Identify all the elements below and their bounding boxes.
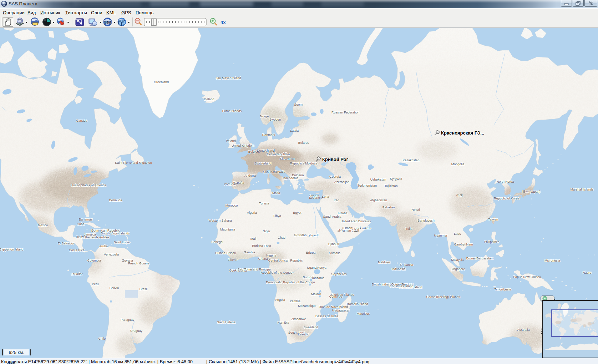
svg-text:Viet Nam: Viet Nam xyxy=(460,243,473,246)
svg-text:Ghana: Ghana xyxy=(258,257,268,261)
svg-text:Indonesia: Indonesia xyxy=(391,267,405,271)
svg-text:Philippines: Philippines xyxy=(484,240,500,244)
svg-text:Niger: Niger xyxy=(263,229,270,233)
svg-text:Danmark: Danmark xyxy=(262,133,275,137)
svg-text:Netherlands Antilles: Netherlands Antilles xyxy=(81,236,110,239)
svg-text:Mongolia: Mongolia xyxy=(451,162,465,166)
svg-text:Libya: Libya xyxy=(273,214,281,218)
svg-text:Mexico: Mexico xyxy=(38,223,48,227)
svg-text:Macedonia: Macedonia xyxy=(283,176,298,180)
svg-text:Cocos (Keeling) Islands: Cocos (Keeling) Islands xyxy=(426,295,460,299)
svg-text:Uzbekistan: Uzbekistan xyxy=(370,178,386,181)
svg-text:Saint Helena: Saint Helena xyxy=(217,320,235,324)
svg-text:Burkina Faso: Burkina Faso xyxy=(252,244,271,248)
svg-text:Republic of Korea: Republic of Korea xyxy=(494,197,520,200)
svg-text:Malawi: Malawi xyxy=(311,292,321,296)
svg-text:British Virgin Islands: British Virgin Islands xyxy=(101,232,130,235)
svg-text:Mauritius: Mauritius xyxy=(357,312,370,315)
svg-text:Greenland: Greenland xyxy=(154,80,169,84)
svg-text:Suomi: Suomi xyxy=(294,103,303,106)
svg-text:Красноярская ГЭ...: Красноярская ГЭ... xyxy=(441,130,484,136)
svg-text:Madagascar: Madagascar xyxy=(332,309,350,312)
svg-text:Nepal: Nepal xyxy=(411,208,420,212)
svg-text:Česká republika: Česká republika xyxy=(267,152,290,156)
svg-text:United Arab Emirates: United Arab Emirates xyxy=(340,219,371,223)
svg-text:Bermuda: Bermuda xyxy=(109,198,122,202)
svg-text:中国: 中国 xyxy=(456,194,463,197)
svg-text:625 км.: 625 км. xyxy=(9,350,24,355)
svg-text:Christmas Island: Christmas Island xyxy=(389,284,413,288)
svg-text:Central African Republic: Central African Republic xyxy=(268,259,303,262)
svg-text:Western Sahara: Western Sahara xyxy=(209,219,232,222)
svg-text:Somalia: Somalia xyxy=(329,251,341,255)
svg-text:Jan Mayen Island: Jan Mayen Island xyxy=(216,76,241,80)
svg-text:Swaziland: Swaziland xyxy=(303,325,318,329)
svg-text:Bassas da India: Bassas da India xyxy=(315,314,338,318)
svg-text:Eritrea: Eritrea xyxy=(306,251,316,254)
svg-text:Saint Lucia: Saint Lucia xyxy=(114,241,130,244)
svg-text:Lesotho: Lesotho xyxy=(298,333,309,336)
svg-text:Republica Moldova: Republica Moldova xyxy=(290,162,318,165)
svg-text:Lebanon: Lebanon xyxy=(309,196,321,199)
svg-text:Democratic Republic of the Con: Democratic Republic of the Congo xyxy=(266,280,315,284)
svg-text:Costa Rica: Costa Rica xyxy=(69,248,85,252)
svg-text:Angola: Angola xyxy=(275,298,285,302)
svg-text:Sweden: Sweden xyxy=(269,118,281,121)
svg-text:Croatia: Croatia xyxy=(275,170,285,173)
svg-text:Kenya: Kenya xyxy=(317,266,326,269)
svg-text:Colombia: Colombia xyxy=(87,259,101,262)
svg-text:Saudi Arabia: Saudi Arabia xyxy=(323,215,341,218)
svg-text:Russian Federation: Russian Federation xyxy=(331,111,359,114)
svg-text:Laos: Laos xyxy=(454,232,461,236)
svg-text:日本 (Japan): 日本 (Japan) xyxy=(522,190,540,193)
svg-text:Micronesia: Micronesia xyxy=(544,259,560,262)
svg-text:Turkmenistan: Turkmenistan xyxy=(358,184,377,187)
svg-text:Cuba: Cuba xyxy=(77,222,85,226)
svg-text:Chad: Chad xyxy=(278,236,285,239)
svg-text:Marshall Islands: Marshall Islands xyxy=(570,188,594,191)
svg-text:Malta: Malta xyxy=(272,191,280,195)
svg-text:Ecuador: Ecuador xyxy=(71,272,83,276)
svg-text:Canada: Canada xyxy=(76,119,87,122)
svg-text:Saint Pierre and Miquelon: Saint Pierre and Miquelon xyxy=(115,161,152,165)
svg-text:Afghanistan: Afghanistan xyxy=(370,198,387,202)
svg-text:Deutschland: Deutschland xyxy=(257,149,275,152)
svg-text:Papua New Guinea: Papua New Guinea xyxy=(513,275,541,279)
svg-text:United Kingdom: United Kingdom xyxy=(232,144,254,147)
svg-text:Glorioso Islands: Glorioso Islands xyxy=(331,293,354,297)
svg-text:Switzerland: Switzerland xyxy=(255,162,272,165)
svg-text:Djibouti: Djibouti xyxy=(328,242,339,246)
svg-text:India: India xyxy=(405,227,412,231)
svg-text:Guinea-Bissau: Guinea-Bissau xyxy=(215,251,236,255)
svg-text:Nigeria: Nigeria xyxy=(266,254,277,257)
svg-text:Paraguay: Paraguay xyxy=(121,318,135,322)
svg-text:Maldives: Maldives xyxy=(378,261,391,264)
svg-text:Mozambique: Mozambique xyxy=(298,304,316,308)
svg-text:Algeria: Algeria xyxy=(247,211,257,214)
svg-text:al-Sūdān السودان: al-Sūdān السودان xyxy=(294,233,319,237)
svg-text:Syria: Syria xyxy=(322,195,329,198)
svg-text:Georgia: Georgia xyxy=(329,175,341,178)
svg-text:OSM: OSM xyxy=(104,21,111,24)
svg-text:Portugal: Portugal xyxy=(224,182,236,186)
svg-text:Norge: Norge xyxy=(260,115,269,118)
svg-text:Pakistan: Pakistan xyxy=(382,206,395,209)
svg-text:Mauritania: Mauritania xyxy=(220,228,235,231)
svg-text:Clipperton Island: Clipperton Island xyxy=(0,248,24,251)
svg-text:Juan de Nova Island: Juan de Nova Island xyxy=(319,305,348,309)
svg-text:Tajikistan: Tajikistan xyxy=(384,184,397,188)
svg-text:Gambia: Gambia xyxy=(244,251,255,254)
svg-text:Mali: Mali xyxy=(250,237,257,241)
svg-text:Seychelles: Seychelles xyxy=(331,272,347,276)
svg-text:Chile: Chile xyxy=(98,337,106,340)
svg-text:Bahamas: Bahamas xyxy=(79,218,93,221)
svg-text:Faroe Islands: Faroe Islands xyxy=(222,109,242,113)
svg-text:Iraq: Iraq xyxy=(334,198,339,202)
svg-text:Nauru: Nauru xyxy=(583,271,592,274)
svg-text:Peru: Peru xyxy=(92,282,98,286)
svg-text:Liberia: Liberia xyxy=(228,258,237,262)
svg-text:Namibia: Namibia xyxy=(277,321,289,324)
svg-text:United States of America: United States of America xyxy=(71,183,106,187)
svg-text:Zimbabwe: Zimbabwe xyxy=(291,317,306,321)
svg-text:Bangladesh: Bangladesh xyxy=(417,219,435,222)
